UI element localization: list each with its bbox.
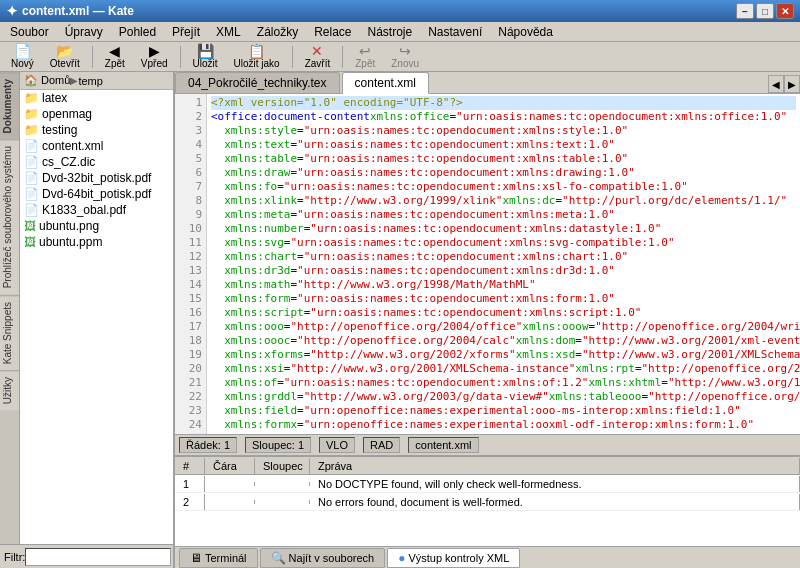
menu-zalozky[interactable]: Záložky xyxy=(249,22,306,42)
menu-nastroje[interactable]: Nástroje xyxy=(360,22,421,42)
menu-xml[interactable]: XML xyxy=(208,22,249,42)
toolbar: 📄 Nový 📂 Otevřít ◀ Zpět ▶ Vpřed 💾 Uložit… xyxy=(0,42,800,72)
toolbar-sep-2 xyxy=(180,46,181,68)
code-line-16: xmlns:script="urn:oasis:names:tc:opendoc… xyxy=(211,306,796,320)
maximize-button[interactable]: □ xyxy=(756,3,774,19)
undo-button[interactable]: ↩ Zpět xyxy=(348,44,382,70)
sidebar-tab-filesystem[interactable]: Prohlížeč souborového systému xyxy=(0,139,19,294)
tab-scroll-right[interactable]: ▶ xyxy=(784,75,800,93)
code-line-24: xmlns:formx="urn:openoffice:names:experi… xyxy=(211,418,796,432)
tree-item-k1833[interactable]: 📄 K1833_obal.pdf xyxy=(20,202,173,218)
tab-scroll-left[interactable]: ◀ xyxy=(768,75,784,93)
filter-input[interactable] xyxy=(25,548,171,566)
menu-relace[interactable]: Relace xyxy=(306,22,359,42)
open-button[interactable]: 📂 Otevřít xyxy=(43,44,87,70)
tab-bar: 04_Pokročilé_techniky.tex content.xml ◀ … xyxy=(175,72,800,94)
forward-nav-button[interactable]: ▶ Vpřed xyxy=(134,44,175,70)
tree-item-openmag[interactable]: 📁 openmag xyxy=(20,106,173,122)
sidebar-tab-documents[interactable]: Dokumenty xyxy=(0,72,19,139)
code-editor[interactable]: <?xml version="1.0" encoding="UTF-8"?> <… xyxy=(207,94,800,434)
tree-item-label: ubuntu.png xyxy=(39,219,99,233)
error-row-2[interactable]: 2 No errors found, document is well-form… xyxy=(175,493,800,511)
tree-item-ubuntu-png[interactable]: 🖼 ubuntu.png xyxy=(20,218,173,234)
editor-status-bar: Řádek: 1 Sloupec: 1 VLO RAD content.xml xyxy=(175,434,800,456)
close-file-label: Zavřít xyxy=(305,59,331,69)
code-line-15: xmlns:form="urn:oasis:names:tc:opendocum… xyxy=(211,292,796,306)
menu-pohled[interactable]: Pohled xyxy=(111,22,164,42)
tab-content-xml[interactable]: content.xml xyxy=(342,72,429,94)
sidebar-tab-utils[interactable]: Užitky xyxy=(0,370,19,410)
error-panel: # Čára Sloupec Zpráva 1 No DOCTYPE found… xyxy=(175,456,800,546)
save-as-icon: 📋 xyxy=(248,44,265,58)
save-button[interactable]: 💾 Uložit xyxy=(186,44,225,70)
tab-pokrocile[interactable]: 04_Pokročilé_techniky.tex xyxy=(175,72,340,93)
tree-item-cs-dic[interactable]: 📄 cs_CZ.dic xyxy=(20,154,173,170)
sidebar-tab-snippets[interactable]: Kate Snippets xyxy=(0,295,19,370)
tree-item-ubuntu-ppm[interactable]: 🖼 ubuntu.ppm xyxy=(20,234,173,250)
xml-check-icon: ● xyxy=(398,551,405,565)
tree-item-label: K1833_obal.pdf xyxy=(42,203,126,217)
save-label: Uložit xyxy=(193,59,218,69)
error-row-2-col xyxy=(255,500,310,504)
menu-nastaveni[interactable]: Nastavení xyxy=(420,22,490,42)
redo-button[interactable]: ↪ Znovu xyxy=(384,44,426,70)
back-nav-button[interactable]: ◀ Zpět xyxy=(98,44,132,70)
filter-label: Filtr: xyxy=(4,551,25,563)
menu-upravy[interactable]: Úpravy xyxy=(57,22,111,42)
bottom-tab-find[interactable]: 🔍 Najít v souborech xyxy=(260,548,386,568)
error-row-1[interactable]: 1 No DOCTYPE found, will only check well… xyxy=(175,475,800,493)
img-icon: 🖼 xyxy=(24,219,36,233)
tree-item-dvd64[interactable]: 📄 Dvd-64bit_potisk.pdf xyxy=(20,186,173,202)
title-bar-left: ✦ content.xml — Kate xyxy=(6,3,134,19)
tree-item-label: Dvd-64bit_potisk.pdf xyxy=(42,187,151,201)
tree-item-dvd32[interactable]: 📄 Dvd-32bit_potisk.pdf xyxy=(20,170,173,186)
tree-item-label: ubuntu.ppm xyxy=(39,235,102,249)
code-line-21: xmlns:of="urn:oasis:names:tc:opendocumen… xyxy=(211,376,796,390)
bottom-tab-xml-check[interactable]: ● Výstup kontroly XML xyxy=(387,548,520,568)
tree-item-content-xml[interactable]: 📄 content.xml xyxy=(20,138,173,154)
status-col: Sloupec: 1 xyxy=(245,437,311,453)
new-button[interactable]: 📄 Nový xyxy=(4,44,41,70)
menu-napoveda[interactable]: Nápověda xyxy=(490,22,561,42)
close-file-button[interactable]: ✕ Zavřít xyxy=(298,44,338,70)
tree-item-label: Dvd-32bit_potisk.pdf xyxy=(42,171,151,185)
nav-temp-breadcrumb[interactable]: temp xyxy=(78,75,102,87)
redo-icon: ↪ xyxy=(399,44,411,58)
status-row: Řádek: 1 xyxy=(179,437,237,453)
terminal-icon: 🖥 xyxy=(190,551,202,565)
bottom-tab-terminal-label: Terminál xyxy=(205,552,247,564)
tree-item-latex[interactable]: 📁 latex xyxy=(20,90,173,106)
code-line-17: xmlns:ooo="http://openoffice.org/2004/of… xyxy=(211,320,796,334)
main-area: Dokumenty Prohlížeč souborového systému … xyxy=(0,72,800,568)
toolbar-sep-1 xyxy=(92,46,93,68)
minimize-button[interactable]: − xyxy=(736,3,754,19)
toolbar-sep-3 xyxy=(292,46,293,68)
code-line-10: xmlns:number="urn:oasis:names:tc:opendoc… xyxy=(211,222,796,236)
code-line-19: xmlns:xforms="http://www.w3.org/2002/xfo… xyxy=(211,348,796,362)
bottom-tab-terminal[interactable]: 🖥 Terminál xyxy=(179,548,258,568)
tree-item-testing[interactable]: 📁 testing xyxy=(20,122,173,138)
sidebar-filter-bar: Filtr: ▼ xyxy=(0,544,173,568)
code-line-1: <?xml version="1.0" encoding="UTF-8"?> xyxy=(211,96,796,110)
app-icon: ✦ xyxy=(6,3,18,19)
code-line-4: xmlns:text="urn:oasis:names:tc:opendocum… xyxy=(211,138,796,152)
error-row-1-col xyxy=(255,482,310,486)
bottom-tabs: 🖥 Terminál 🔍 Najít v souborech ● Výstup … xyxy=(175,546,800,568)
menu-prejit[interactable]: Přejít xyxy=(164,22,208,42)
close-button[interactable]: ✕ xyxy=(776,3,794,19)
nav-home-breadcrumb[interactable]: 🏠 Domů xyxy=(24,74,70,87)
tree-header: 🏠 Domů ▶ temp xyxy=(20,72,173,90)
status-encoding: content.xml xyxy=(408,437,478,453)
img-icon: 🖼 xyxy=(24,235,36,249)
error-col-line: Čára xyxy=(205,458,255,474)
tree-item-label: content.xml xyxy=(42,139,103,153)
file-tree: 🏠 Domů ▶ temp 📁 latex 📁 openmag 📁 testin… xyxy=(20,72,173,544)
save-as-button[interactable]: 📋 Uložit jako xyxy=(227,44,287,70)
code-line-14: xmlns:math="http://www.w3.org/1998/Math/… xyxy=(211,278,796,292)
menu-soubor[interactable]: Soubor xyxy=(2,22,57,42)
editor-area: 12345 678910 1112131415 1617181920 21222… xyxy=(175,94,800,434)
new-icon: 📄 xyxy=(14,44,31,58)
pdf-icon: 📄 xyxy=(24,203,39,217)
window-title: content.xml — Kate xyxy=(22,4,134,18)
code-line-11: xmlns:svg="urn:oasis:names:tc:opendocume… xyxy=(211,236,796,250)
